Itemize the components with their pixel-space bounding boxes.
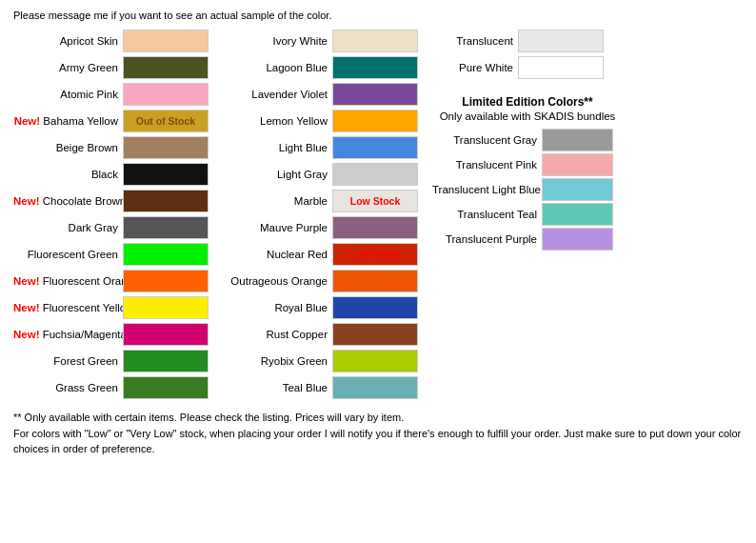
color-swatch — [332, 56, 418, 79]
color-label: New! Chocolate Brown — [13, 195, 123, 207]
new-badge: New! — [13, 302, 39, 313]
main-grid: Apricot SkinArmy GreenAtomic PinkNew! Ba… — [13, 29, 743, 400]
list-item: Translucent Light Blue — [432, 177, 623, 202]
list-item: New! Fluorescent Orange — [13, 269, 213, 293]
color-label: Translucent — [432, 35, 518, 47]
list-item: Rust Copper — [223, 322, 423, 347]
low-stock-label: Low Stock — [350, 249, 401, 260]
color-swatch — [542, 129, 613, 151]
list-item: Translucent Gray — [432, 128, 623, 152]
color-label: Rust Copper — [223, 329, 332, 340]
color-swatch — [332, 30, 418, 52]
list-item: Light Gray — [223, 162, 423, 187]
color-swatch — [332, 270, 418, 292]
color-label: Grass Green — [13, 382, 123, 393]
list-item: Forest Green — [13, 349, 213, 373]
color-swatch — [332, 110, 418, 132]
color-swatch — [123, 190, 209, 212]
list-item: Army Green — [13, 55, 213, 80]
color-swatch — [123, 163, 209, 186]
list-item: New! Fuchsia/Magenta — [13, 322, 213, 347]
color-label: Light Gray — [223, 169, 332, 180]
list-item: Translucent — [432, 29, 623, 53]
color-swatch — [123, 350, 209, 372]
new-badge: New! — [13, 329, 39, 340]
color-label: Translucent Pink — [432, 159, 542, 171]
color-swatch — [542, 178, 613, 201]
color-label: Lagoon Blue — [223, 62, 332, 73]
list-item: Lagoon Blue — [223, 55, 423, 80]
list-item: Mauve Purple — [223, 215, 423, 240]
list-item: Ivory White — [223, 29, 423, 53]
color-label: Beige Brown — [13, 142, 123, 153]
list-item: Pure White — [432, 55, 623, 80]
color-label: Army Green — [13, 62, 123, 73]
translucent-section: TranslucentPure White — [432, 29, 623, 80]
header-note: Please message me if you want to see an … — [13, 10, 743, 21]
color-swatch — [123, 323, 209, 346]
color-swatch — [542, 153, 613, 176]
color-label: Light Blue — [223, 142, 332, 153]
color-label: Translucent Teal — [432, 209, 542, 220]
list-item: MarbleLow Stock — [223, 189, 423, 213]
color-label: Translucent Light Blue — [432, 184, 542, 195]
list-item: Fluorescent Green — [13, 242, 213, 267]
footer-notes: ** Only available with certain items. Pl… — [13, 410, 743, 457]
color-swatch — [123, 216, 209, 239]
new-badge: New! — [14, 115, 40, 127]
color-column-1: Apricot SkinArmy GreenAtomic PinkNew! Ba… — [13, 29, 213, 400]
list-item: Atomic Pink — [13, 82, 213, 107]
list-item: Translucent Teal — [432, 202, 623, 227]
color-swatch — [332, 216, 418, 239]
list-item: Light Blue — [223, 135, 423, 160]
color-swatch — [542, 203, 613, 226]
list-item: New! Chocolate Brown — [13, 189, 213, 213]
color-swatch — [332, 296, 418, 319]
color-label: New! Fuchsia/Magenta — [13, 329, 123, 340]
list-item: Black — [13, 162, 213, 187]
color-label: Outrageous Orange — [223, 275, 332, 287]
list-item: Beige Brown — [13, 135, 213, 160]
color-swatch — [123, 270, 209, 292]
color-label: Nuclear Red — [223, 249, 332, 260]
color-label: Fluorescent Green — [13, 249, 123, 260]
color-swatch — [332, 323, 418, 346]
right-panel: TranslucentPure White Limited Edition Co… — [432, 29, 623, 251]
color-swatch: Out of Stock — [123, 110, 209, 132]
low-stock-label: Low Stock — [350, 195, 401, 207]
list-item: Lavender Violet — [223, 82, 423, 107]
new-badge: New! — [13, 275, 39, 287]
color-swatch — [123, 30, 209, 52]
color-swatch — [123, 376, 209, 399]
new-badge: New! — [13, 195, 39, 207]
color-label: New! Fluorescent Orange — [13, 275, 123, 287]
color-label: Dark Gray — [13, 222, 123, 233]
footer-line1: ** Only available with certain items. Pl… — [13, 410, 743, 426]
list-item: Nuclear RedLow Stock — [223, 242, 423, 267]
color-label: New! Bahama Yellow — [13, 115, 123, 127]
color-label: New! Fluorescent Yellow — [13, 302, 123, 313]
list-item: Dark Gray — [13, 215, 213, 240]
footer-line2: For colors with "Low" or "Very Low" stoc… — [13, 426, 743, 457]
limited-edition-subtitle: Only available with SKADIS bundles — [432, 111, 623, 122]
color-label: Teal Blue — [223, 382, 332, 393]
color-swatch — [332, 376, 418, 399]
list-item: Royal Blue — [223, 295, 423, 320]
list-item: New! Bahama YellowOut of Stock — [13, 109, 213, 133]
color-swatch — [123, 296, 209, 319]
color-swatch: Low Stock — [332, 243, 418, 266]
list-item: Lemon Yellow — [223, 109, 423, 133]
color-label: Lavender Violet — [223, 89, 332, 100]
color-label: Ryobix Green — [223, 355, 332, 367]
color-swatch — [332, 83, 418, 106]
color-label: Apricot Skin — [13, 35, 123, 47]
color-swatch — [123, 56, 209, 79]
color-swatch — [332, 163, 418, 186]
color-swatch — [123, 243, 209, 266]
color-swatch: Low Stock — [332, 190, 418, 212]
list-item: Translucent Purple — [432, 227, 623, 251]
color-label: Translucent Purple — [432, 233, 542, 245]
color-label: Atomic Pink — [13, 89, 123, 100]
out-of-stock-label: Out of Stock — [136, 115, 195, 127]
list-item: Outrageous Orange — [223, 269, 423, 293]
